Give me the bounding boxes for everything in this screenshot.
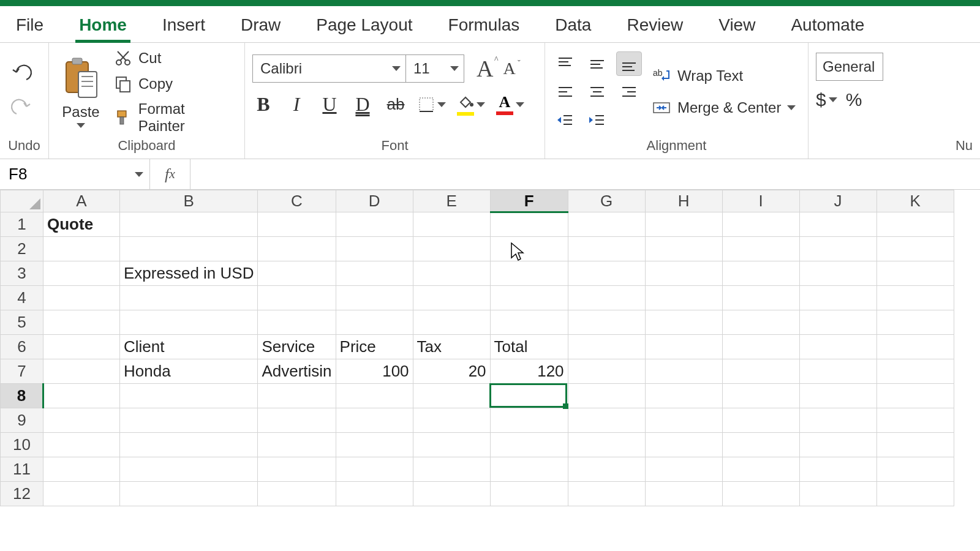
tab-data[interactable]: Data bbox=[551, 9, 595, 42]
decrease-indent-button[interactable] bbox=[552, 108, 578, 132]
cell-B9[interactable] bbox=[120, 408, 258, 433]
underline-button[interactable]: U bbox=[318, 93, 341, 116]
cell-C4[interactable] bbox=[258, 286, 336, 310]
strikethrough-button[interactable]: ab bbox=[385, 95, 407, 114]
cell-H7[interactable] bbox=[645, 359, 722, 384]
cell-K9[interactable] bbox=[876, 408, 954, 433]
cell-F4[interactable] bbox=[490, 286, 568, 310]
cell-F7[interactable]: 120 bbox=[490, 359, 568, 384]
cell-C9[interactable] bbox=[258, 408, 336, 433]
cell-E10[interactable] bbox=[413, 433, 490, 457]
cell-J8[interactable] bbox=[799, 384, 876, 408]
paste-dropdown-icon[interactable] bbox=[77, 123, 85, 128]
cell-I8[interactable] bbox=[722, 384, 799, 408]
cell-I7[interactable] bbox=[722, 359, 799, 384]
cell-G10[interactable] bbox=[568, 433, 645, 457]
cell-F6[interactable]: Total bbox=[490, 335, 568, 359]
cell-J10[interactable] bbox=[799, 433, 876, 457]
row-header[interactable]: 8 bbox=[1, 384, 43, 408]
cell-J2[interactable] bbox=[799, 237, 876, 261]
cell-C1[interactable] bbox=[258, 212, 336, 237]
cell-I9[interactable] bbox=[722, 408, 799, 433]
cell-E2[interactable] bbox=[413, 237, 490, 261]
cell-G7[interactable] bbox=[568, 359, 645, 384]
cell-D9[interactable] bbox=[336, 408, 413, 433]
cell-C3[interactable] bbox=[258, 261, 336, 286]
cell-H9[interactable] bbox=[645, 408, 722, 433]
cell-K6[interactable] bbox=[876, 335, 954, 359]
merge-center-button[interactable]: Merge & Center bbox=[652, 98, 796, 118]
increase-font-button[interactable]: A^ bbox=[473, 54, 497, 83]
cell-G4[interactable] bbox=[568, 286, 645, 310]
cell-K10[interactable] bbox=[876, 433, 954, 457]
cell-G6[interactable] bbox=[568, 335, 645, 359]
align-center-button[interactable] bbox=[584, 80, 610, 104]
cell-K12[interactable] bbox=[876, 482, 954, 506]
cell-F5[interactable] bbox=[490, 310, 568, 335]
cell-F10[interactable] bbox=[490, 433, 568, 457]
cell-K1[interactable] bbox=[876, 212, 954, 237]
cell-A1[interactable]: Quote bbox=[43, 212, 120, 237]
wrap-text-button[interactable]: ab Wrap Text bbox=[652, 66, 796, 86]
cell-E8[interactable] bbox=[413, 384, 490, 408]
cell-A11[interactable] bbox=[43, 457, 120, 482]
cell-B4[interactable] bbox=[120, 286, 258, 310]
cell-D11[interactable] bbox=[336, 457, 413, 482]
row-header[interactable]: 1 bbox=[1, 212, 43, 237]
borders-button[interactable] bbox=[418, 96, 446, 113]
cell-F1[interactable] bbox=[490, 212, 568, 237]
cell-K7[interactable] bbox=[876, 359, 954, 384]
cell-I4[interactable] bbox=[722, 286, 799, 310]
cell-D1[interactable] bbox=[336, 212, 413, 237]
name-box[interactable]: F8 bbox=[0, 159, 150, 189]
cell-F2[interactable] bbox=[490, 237, 568, 261]
cell-K11[interactable] bbox=[876, 457, 954, 482]
row-header[interactable]: 5 bbox=[1, 310, 43, 335]
cell-J9[interactable] bbox=[799, 408, 876, 433]
cell-G9[interactable] bbox=[568, 408, 645, 433]
cell-J4[interactable] bbox=[799, 286, 876, 310]
align-left-button[interactable] bbox=[552, 80, 578, 104]
paste-button[interactable]: Paste bbox=[56, 47, 105, 137]
cell-F8[interactable] bbox=[490, 384, 568, 408]
tab-draw[interactable]: Draw bbox=[237, 9, 284, 42]
copy-button[interactable]: Copy bbox=[111, 73, 237, 94]
font-size-dropdown[interactable]: 11 bbox=[405, 54, 464, 83]
column-header[interactable]: F bbox=[490, 190, 568, 212]
cell-C11[interactable] bbox=[258, 457, 336, 482]
cell-G5[interactable] bbox=[568, 310, 645, 335]
increase-indent-button[interactable] bbox=[584, 108, 610, 132]
tab-home[interactable]: Home bbox=[75, 9, 130, 42]
percent-format-button[interactable]: % bbox=[846, 89, 862, 110]
align-right-button[interactable] bbox=[616, 80, 642, 104]
cell-H2[interactable] bbox=[645, 237, 722, 261]
tab-page-layout[interactable]: Page Layout bbox=[312, 9, 416, 42]
cell-F3[interactable] bbox=[490, 261, 568, 286]
cell-H8[interactable] bbox=[645, 384, 722, 408]
cell-C12[interactable] bbox=[258, 482, 336, 506]
tab-file[interactable]: File bbox=[12, 9, 47, 42]
cell-C8[interactable] bbox=[258, 384, 336, 408]
cell-D5[interactable] bbox=[336, 310, 413, 335]
cell-K5[interactable] bbox=[876, 310, 954, 335]
row-header[interactable]: 3 bbox=[1, 261, 43, 286]
align-top-button[interactable] bbox=[552, 51, 578, 76]
tab-formulas[interactable]: Formulas bbox=[445, 9, 524, 42]
cell-G1[interactable] bbox=[568, 212, 645, 237]
cell-E5[interactable] bbox=[413, 310, 490, 335]
italic-button[interactable]: I bbox=[285, 93, 307, 116]
cell-A7[interactable] bbox=[43, 359, 120, 384]
cell-I2[interactable] bbox=[722, 237, 799, 261]
cell-H5[interactable] bbox=[645, 310, 722, 335]
cell-I3[interactable] bbox=[722, 261, 799, 286]
tab-automate[interactable]: Automate bbox=[787, 9, 868, 42]
row-header[interactable]: 10 bbox=[1, 433, 43, 457]
cell-A4[interactable] bbox=[43, 286, 120, 310]
cell-H6[interactable] bbox=[645, 335, 722, 359]
row-header[interactable]: 12 bbox=[1, 482, 43, 506]
row-header[interactable]: 7 bbox=[1, 359, 43, 384]
cell-I1[interactable] bbox=[722, 212, 799, 237]
row-header[interactable]: 11 bbox=[1, 457, 43, 482]
cell-A12[interactable] bbox=[43, 482, 120, 506]
cell-A2[interactable] bbox=[43, 237, 120, 261]
